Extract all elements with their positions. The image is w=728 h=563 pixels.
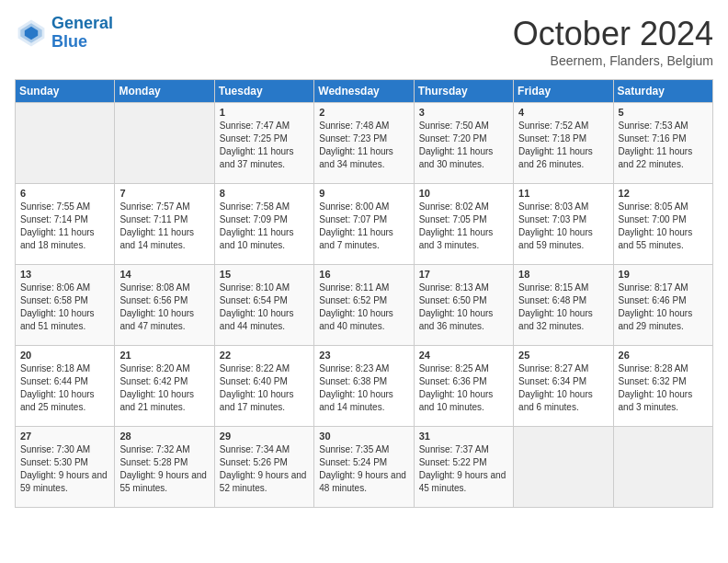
calendar-cell: 26Sunrise: 8:28 AM Sunset: 6:32 PM Dayli… [613, 346, 712, 427]
calendar-week-1: 1Sunrise: 7:47 AM Sunset: 7:25 PM Daylig… [16, 103, 713, 184]
cell-content: Sunrise: 7:32 AM Sunset: 5:28 PM Dayligh… [119, 443, 209, 495]
calendar-cell: 29Sunrise: 7:34 AM Sunset: 5:26 PM Dayli… [214, 427, 313, 508]
calendar-cell: 4Sunrise: 7:52 AM Sunset: 7:18 PM Daylig… [514, 103, 613, 184]
calendar-cell [613, 427, 712, 508]
calendar-cell: 17Sunrise: 8:13 AM Sunset: 6:50 PM Dayli… [414, 265, 513, 346]
calendar-cell: 2Sunrise: 7:48 AM Sunset: 7:23 PM Daylig… [314, 103, 414, 184]
cell-content: Sunrise: 7:37 AM Sunset: 5:22 PM Dayligh… [419, 443, 508, 495]
day-number: 26 [619, 350, 708, 361]
cell-content: Sunrise: 8:10 AM Sunset: 6:54 PM Dayligh… [220, 282, 309, 333]
cell-content: Sunrise: 8:00 AM Sunset: 7:07 PM Dayligh… [319, 201, 408, 252]
day-number: 7 [119, 188, 209, 199]
day-number: 10 [419, 188, 508, 199]
calendar-cell: 22Sunrise: 8:22 AM Sunset: 6:40 PM Dayli… [214, 346, 313, 427]
day-number: 29 [220, 431, 309, 442]
cell-content: Sunrise: 7:58 AM Sunset: 7:09 PM Dayligh… [220, 201, 309, 252]
calendar-cell: 8Sunrise: 7:58 AM Sunset: 7:09 PM Daylig… [214, 184, 313, 265]
calendar-cell: 9Sunrise: 8:00 AM Sunset: 7:07 PM Daylig… [314, 184, 414, 265]
month-title: October 2024 [513, 15, 713, 53]
cell-content: Sunrise: 7:57 AM Sunset: 7:11 PM Dayligh… [119, 201, 209, 252]
day-number: 25 [518, 350, 608, 361]
calendar-cell: 1Sunrise: 7:47 AM Sunset: 7:25 PM Daylig… [214, 103, 313, 184]
cell-content: Sunrise: 8:06 AM Sunset: 6:58 PM Dayligh… [20, 282, 109, 333]
cell-content: Sunrise: 8:15 AM Sunset: 6:48 PM Dayligh… [518, 282, 608, 333]
day-number: 17 [419, 269, 508, 280]
cell-content: Sunrise: 7:47 AM Sunset: 7:25 PM Dayligh… [220, 120, 309, 171]
header-thursday: Thursday [414, 80, 513, 103]
calendar-cell [514, 427, 613, 508]
calendar-cell: 5Sunrise: 7:53 AM Sunset: 7:16 PM Daylig… [613, 103, 712, 184]
cell-content: Sunrise: 8:05 AM Sunset: 7:00 PM Dayligh… [619, 201, 708, 252]
calendar-cell: 10Sunrise: 8:02 AM Sunset: 7:05 PM Dayli… [414, 184, 513, 265]
calendar-cell: 24Sunrise: 8:25 AM Sunset: 6:36 PM Dayli… [414, 346, 513, 427]
day-number: 31 [419, 431, 508, 442]
calendar-week-5: 27Sunrise: 7:30 AM Sunset: 5:30 PM Dayli… [16, 427, 713, 508]
day-number: 4 [518, 107, 608, 118]
cell-content: Sunrise: 7:34 AM Sunset: 5:26 PM Dayligh… [220, 443, 309, 495]
calendar-cell: 19Sunrise: 8:17 AM Sunset: 6:46 PM Dayli… [613, 265, 712, 346]
header-saturday: Saturday [613, 80, 712, 103]
cell-content: Sunrise: 8:27 AM Sunset: 6:34 PM Dayligh… [518, 362, 608, 414]
header-sunday: Sunday [16, 80, 115, 103]
day-number: 11 [518, 188, 608, 199]
cell-content: Sunrise: 8:18 AM Sunset: 6:44 PM Dayligh… [20, 362, 109, 414]
calendar-week-4: 20Sunrise: 8:18 AM Sunset: 6:44 PM Dayli… [16, 346, 713, 427]
page-header: General Blue October 2024 Beernem, Fland… [15, 15, 713, 68]
logo: General Blue [15, 15, 113, 52]
day-number: 13 [20, 269, 109, 280]
cell-content: Sunrise: 7:48 AM Sunset: 7:23 PM Dayligh… [319, 120, 408, 171]
calendar-cell: 21Sunrise: 8:20 AM Sunset: 6:42 PM Dayli… [115, 346, 214, 427]
day-number: 1 [220, 107, 309, 118]
cell-content: Sunrise: 7:35 AM Sunset: 5:24 PM Dayligh… [319, 443, 408, 495]
day-number: 14 [119, 269, 209, 280]
title-block: October 2024 Beernem, Flanders, Belgium [513, 15, 713, 68]
calendar-cell: 15Sunrise: 8:10 AM Sunset: 6:54 PM Dayli… [214, 265, 313, 346]
calendar-cell: 3Sunrise: 7:50 AM Sunset: 7:20 PM Daylig… [414, 103, 513, 184]
cell-content: Sunrise: 8:13 AM Sunset: 6:50 PM Dayligh… [419, 282, 508, 333]
calendar-cell: 14Sunrise: 8:08 AM Sunset: 6:56 PM Dayli… [115, 265, 214, 346]
day-number: 9 [319, 188, 408, 199]
day-number: 5 [619, 107, 708, 118]
calendar-cell: 18Sunrise: 8:15 AM Sunset: 6:48 PM Dayli… [514, 265, 613, 346]
day-number: 12 [619, 188, 708, 199]
cell-content: Sunrise: 8:20 AM Sunset: 6:42 PM Dayligh… [119, 362, 209, 414]
calendar-cell [16, 103, 115, 184]
day-number: 22 [220, 350, 309, 361]
day-number: 2 [319, 107, 408, 118]
header-tuesday: Tuesday [214, 80, 313, 103]
cell-content: Sunrise: 8:28 AM Sunset: 6:32 PM Dayligh… [619, 362, 708, 414]
cell-content: Sunrise: 7:50 AM Sunset: 7:20 PM Dayligh… [419, 120, 508, 171]
cell-content: Sunrise: 7:53 AM Sunset: 7:16 PM Dayligh… [619, 120, 708, 171]
day-number: 8 [220, 188, 309, 199]
day-number: 19 [619, 269, 708, 280]
calendar-week-2: 6Sunrise: 7:55 AM Sunset: 7:14 PM Daylig… [16, 184, 713, 265]
cell-content: Sunrise: 8:23 AM Sunset: 6:38 PM Dayligh… [319, 362, 408, 414]
cell-content: Sunrise: 7:52 AM Sunset: 7:18 PM Dayligh… [518, 120, 608, 171]
calendar-cell: 11Sunrise: 8:03 AM Sunset: 7:03 PM Dayli… [514, 184, 613, 265]
calendar-header-row: SundayMondayTuesdayWednesdayThursdayFrid… [16, 80, 713, 103]
day-number: 30 [319, 431, 408, 442]
calendar-week-3: 13Sunrise: 8:06 AM Sunset: 6:58 PM Dayli… [16, 265, 713, 346]
calendar-cell: 27Sunrise: 7:30 AM Sunset: 5:30 PM Dayli… [16, 427, 115, 508]
cell-content: Sunrise: 8:08 AM Sunset: 6:56 PM Dayligh… [119, 282, 209, 333]
header-monday: Monday [115, 80, 214, 103]
calendar-cell: 7Sunrise: 7:57 AM Sunset: 7:11 PM Daylig… [115, 184, 214, 265]
day-number: 6 [20, 188, 109, 199]
cell-content: Sunrise: 7:30 AM Sunset: 5:30 PM Dayligh… [20, 443, 109, 495]
day-number: 3 [419, 107, 508, 118]
calendar-cell: 25Sunrise: 8:27 AM Sunset: 6:34 PM Dayli… [514, 346, 613, 427]
cell-content: Sunrise: 7:55 AM Sunset: 7:14 PM Dayligh… [20, 201, 109, 252]
cell-content: Sunrise: 8:11 AM Sunset: 6:52 PM Dayligh… [319, 282, 408, 333]
day-number: 15 [220, 269, 309, 280]
day-number: 20 [20, 350, 109, 361]
calendar-cell: 16Sunrise: 8:11 AM Sunset: 6:52 PM Dayli… [314, 265, 414, 346]
cell-content: Sunrise: 8:03 AM Sunset: 7:03 PM Dayligh… [518, 201, 608, 252]
calendar-cell: 12Sunrise: 8:05 AM Sunset: 7:00 PM Dayli… [613, 184, 712, 265]
day-number: 28 [119, 431, 209, 442]
calendar-cell: 13Sunrise: 8:06 AM Sunset: 6:58 PM Dayli… [16, 265, 115, 346]
logo-text: General Blue [51, 15, 113, 52]
cell-content: Sunrise: 8:17 AM Sunset: 6:46 PM Dayligh… [619, 282, 708, 333]
day-number: 24 [419, 350, 508, 361]
calendar-cell: 30Sunrise: 7:35 AM Sunset: 5:24 PM Dayli… [314, 427, 414, 508]
day-number: 21 [119, 350, 209, 361]
